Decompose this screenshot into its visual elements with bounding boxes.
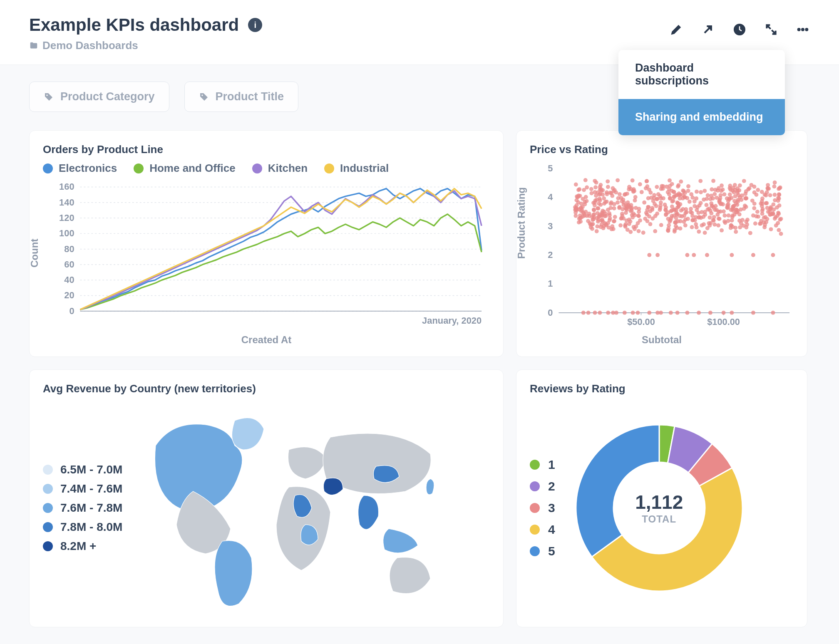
svg-point-103: [712, 223, 717, 227]
history-button[interactable]: [732, 22, 747, 37]
svg-point-363: [595, 224, 599, 228]
filter-label: Product Title: [216, 90, 284, 103]
svg-point-508: [752, 202, 757, 206]
svg-point-668: [598, 311, 602, 315]
svg-point-527: [743, 192, 747, 196]
map-content: 6.5M - 7.0M 7.4M - 7.6M 7.6M - 7.8M 7.8M…: [43, 401, 490, 614]
svg-point-201: [773, 193, 777, 197]
svg-point-413: [773, 217, 777, 221]
svg-point-553: [764, 193, 768, 198]
svg-point-416: [630, 178, 635, 183]
folder-icon: [29, 41, 38, 50]
card-title: Avg Revenue by Country (new territories): [43, 382, 490, 395]
svg-point-302: [754, 214, 758, 218]
svg-point-490: [683, 223, 688, 228]
svg-text:0: 0: [69, 306, 74, 316]
filter-product-title[interactable]: Product Title: [184, 82, 299, 112]
info-icon[interactable]: i: [248, 18, 262, 32]
svg-point-657: [647, 253, 651, 257]
legend-label: 2: [548, 479, 555, 493]
svg-point-512: [609, 191, 613, 195]
svg-point-451: [742, 179, 746, 183]
svg-point-229: [655, 185, 659, 189]
x-axis-label: Subtotal: [642, 334, 682, 346]
svg-point-660: [730, 253, 734, 257]
svg-point-348: [627, 185, 631, 189]
card-price-vs-rating[interactable]: Price vs Rating 012345$50.00$100.00 Prod…: [516, 130, 807, 357]
y-axis-label: Product Rating: [516, 187, 527, 259]
legend-dot: [252, 163, 262, 173]
svg-point-121: [756, 188, 760, 192]
svg-point-609: [574, 207, 578, 211]
more-button[interactable]: [796, 22, 810, 37]
svg-point-93: [668, 178, 672, 183]
svg-point-167: [668, 196, 672, 200]
share-dropdown: Dashboard subscriptions Sharing and embe…: [618, 50, 785, 135]
svg-point-624: [581, 197, 585, 201]
svg-point-627: [600, 218, 604, 222]
svg-point-439: [765, 201, 769, 205]
dropdown-item-subscriptions[interactable]: Dashboard subscriptions: [618, 50, 785, 99]
share-button[interactable]: [701, 22, 715, 37]
svg-point-649: [651, 199, 655, 203]
svg-point-180: [658, 203, 663, 208]
legend-label: 7.6M - 7.8M: [60, 501, 122, 515]
svg-point-493: [637, 210, 641, 214]
svg-point-654: [685, 210, 689, 214]
card-reviews-by-rating[interactable]: Reviews by Rating 1 2 3 4 5 1,112 TOTAL: [516, 369, 807, 627]
filter-product-category[interactable]: Product Category: [29, 82, 169, 112]
svg-point-185: [574, 183, 578, 187]
svg-point-643: [722, 213, 727, 218]
svg-point-485: [705, 226, 710, 230]
svg-point-677: [659, 311, 663, 315]
legend-label: Electronics: [59, 162, 117, 175]
legend-label: 8.2M +: [60, 540, 96, 553]
svg-point-541: [752, 185, 757, 189]
svg-point-620: [663, 203, 667, 207]
svg-point-342: [713, 208, 717, 212]
svg-point-631: [608, 216, 612, 220]
breadcrumb[interactable]: Demo Dashboards: [29, 39, 262, 52]
svg-point-325: [748, 231, 752, 235]
donut-total-value: 1,112: [635, 491, 683, 513]
expand-icon: [765, 23, 778, 36]
svg-text:0: 0: [548, 307, 553, 318]
cards-grid: Orders by Product Line Electronics Home …: [29, 130, 810, 627]
svg-point-454: [700, 223, 704, 228]
legend-dot: [43, 541, 53, 551]
svg-point-610: [628, 219, 633, 223]
svg-point-458: [660, 184, 664, 188]
legend-dot: [43, 465, 53, 475]
svg-point-357: [673, 230, 677, 234]
svg-point-225: [705, 203, 709, 207]
svg-point-619: [630, 215, 635, 220]
svg-point-686: [771, 311, 775, 315]
svg-point-1: [797, 28, 800, 31]
svg-point-411: [596, 206, 601, 211]
legend-dot: [43, 484, 53, 494]
card-avg-revenue-by-country[interactable]: Avg Revenue by Country (new territories)…: [29, 369, 504, 627]
svg-point-566: [610, 224, 614, 228]
svg-point-460: [706, 208, 710, 212]
svg-point-575: [698, 179, 702, 183]
orders-line-chart: 020406080100120140160January, 2020: [43, 179, 490, 344]
svg-point-658: [685, 253, 689, 257]
legend-dot: [530, 525, 540, 535]
svg-point-669: [606, 311, 610, 315]
dropdown-item-sharing[interactable]: Sharing and embedding: [618, 99, 785, 135]
svg-text:3: 3: [548, 221, 553, 231]
svg-point-467: [696, 211, 700, 215]
svg-point-682: [708, 311, 712, 315]
card-orders-by-product-line[interactable]: Orders by Product Line Electronics Home …: [29, 130, 504, 357]
scatter-plot: 012345$50.00$100.00: [530, 162, 794, 344]
fullscreen-button[interactable]: [764, 22, 778, 37]
svg-point-662: [771, 253, 775, 257]
edit-button[interactable]: [669, 22, 683, 37]
svg-point-603: [737, 188, 741, 192]
svg-point-292: [645, 219, 649, 223]
y-axis-label: Count: [29, 238, 40, 267]
svg-point-340: [623, 192, 628, 196]
svg-point-595: [676, 219, 680, 223]
svg-point-418: [716, 223, 720, 228]
legend-dot: [134, 163, 144, 173]
